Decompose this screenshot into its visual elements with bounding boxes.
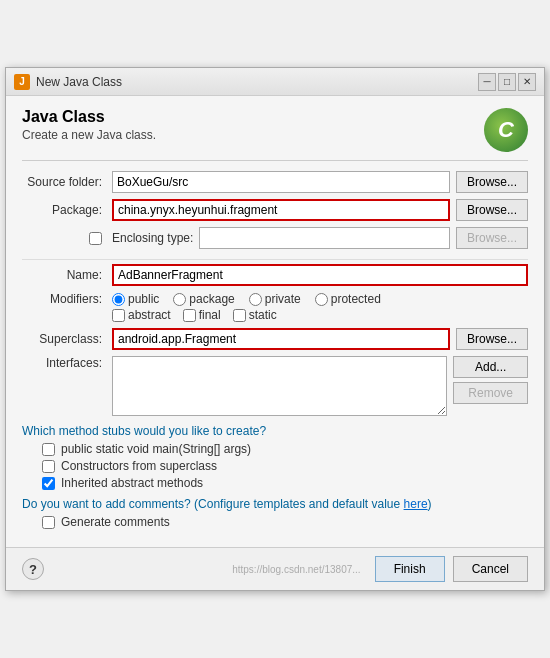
stub-constructors-label[interactable]: Constructors from superclass	[42, 459, 528, 473]
close-button[interactable]: ✕	[518, 73, 536, 91]
window-title: New Java Class	[36, 75, 122, 89]
package-input[interactable]	[112, 199, 450, 221]
help-button[interactable]: ?	[22, 558, 44, 580]
stub-main-label[interactable]: public static void main(String[] args)	[42, 442, 528, 456]
modifier-abstract-label[interactable]: abstract	[112, 308, 171, 322]
title-bar: J New Java Class ─ □ ✕	[6, 68, 544, 96]
comments-question-text: Do you want to add comments? (Configure …	[22, 497, 400, 511]
modifier-package-text: package	[189, 292, 234, 306]
maximize-button[interactable]: □	[498, 73, 516, 91]
modifier-private-text: private	[265, 292, 301, 306]
modifier-protected-radio[interactable]	[315, 293, 328, 306]
modifier-static-checkbox[interactable]	[233, 309, 246, 322]
dialog-subtitle: Create a new Java class.	[22, 128, 156, 142]
stubs-question: Which method stubs would you like to cre…	[22, 424, 528, 438]
title-controls: ─ □ ✕	[478, 73, 536, 91]
modifier-final-text: final	[199, 308, 221, 322]
name-input[interactable]	[112, 264, 528, 286]
separator-1	[22, 259, 528, 260]
enclosing-type-checkbox[interactable]	[89, 232, 102, 245]
superclass-input[interactable]	[112, 328, 450, 350]
stub-inherited-text: Inherited abstract methods	[61, 476, 203, 490]
name-row: Name:	[22, 264, 528, 286]
enclosing-type-browse-button[interactable]: Browse...	[456, 227, 528, 249]
modifiers-row2: abstract final static	[112, 308, 528, 322]
source-folder-browse-button[interactable]: Browse...	[456, 171, 528, 193]
name-label: Name:	[22, 268, 112, 282]
stubs-section: Which method stubs would you like to cre…	[22, 424, 528, 493]
source-folder-input[interactable]	[112, 171, 450, 193]
comments-section: Do you want to add comments? (Configure …	[22, 497, 528, 529]
comments-question: Do you want to add comments? (Configure …	[22, 497, 528, 511]
modifiers-label: Modifiers:	[22, 292, 112, 306]
modifier-public-text: public	[128, 292, 159, 306]
dialog-header: Java Class Create a new Java class. C	[22, 108, 528, 161]
generate-comments-label[interactable]: Generate comments	[42, 515, 528, 529]
modifier-protected-label[interactable]: protected	[315, 292, 381, 306]
modifier-protected-text: protected	[331, 292, 381, 306]
enclosing-type-row: Enclosing type: Browse...	[22, 227, 528, 249]
modifier-static-text: static	[249, 308, 277, 322]
modifier-private-label[interactable]: private	[249, 292, 301, 306]
modifier-final-checkbox[interactable]	[183, 309, 196, 322]
source-folder-row: Source folder: Browse...	[22, 171, 528, 193]
superclass-browse-button[interactable]: Browse...	[456, 328, 528, 350]
generate-comments-text: Generate comments	[61, 515, 170, 529]
interfaces-buttons: Add... Remove	[453, 356, 528, 404]
dialog-window: J New Java Class ─ □ ✕ Java Class Create…	[5, 67, 545, 591]
stub-main-checkbox[interactable]	[42, 443, 55, 456]
modifier-public-radio[interactable]	[112, 293, 125, 306]
interfaces-remove-button[interactable]: Remove	[453, 382, 528, 404]
package-browse-button[interactable]: Browse...	[456, 199, 528, 221]
stub-inherited-checkbox[interactable]	[42, 477, 55, 490]
window-icon: J	[14, 74, 30, 90]
stub-constructors-checkbox[interactable]	[42, 460, 55, 473]
watermark-text: https://blog.csdn.net/13807...	[232, 564, 360, 575]
footer-right: https://blog.csdn.net/13807... Finish Ca…	[232, 556, 528, 582]
dialog-logo: C	[484, 108, 528, 152]
stub-inherited-label[interactable]: Inherited abstract methods	[42, 476, 528, 490]
modifiers-row1: Modifiers: public package private	[22, 292, 528, 306]
package-row: Package: Browse...	[22, 199, 528, 221]
interfaces-add-button[interactable]: Add...	[453, 356, 528, 378]
modifiers-checkbox-group: abstract final static	[112, 308, 277, 322]
minimize-button[interactable]: ─	[478, 73, 496, 91]
logo-letter: C	[498, 117, 514, 143]
interfaces-row: Interfaces: Add... Remove	[22, 356, 528, 416]
enclosing-type-label: Enclosing type:	[112, 231, 193, 245]
modifier-final-label[interactable]: final	[183, 308, 221, 322]
package-label: Package:	[22, 203, 112, 217]
stub-constructors-text: Constructors from superclass	[61, 459, 217, 473]
finish-button[interactable]: Finish	[375, 556, 445, 582]
modifier-static-label[interactable]: static	[233, 308, 277, 322]
modifier-abstract-text: abstract	[128, 308, 171, 322]
modifier-public-label[interactable]: public	[112, 292, 159, 306]
superclass-label: Superclass:	[22, 332, 112, 346]
dialog-footer: ? https://blog.csdn.net/13807... Finish …	[6, 547, 544, 590]
generate-comments-checkbox[interactable]	[42, 516, 55, 529]
source-folder-label: Source folder:	[22, 175, 112, 189]
dialog-header-left: Java Class Create a new Java class.	[22, 108, 156, 142]
modifiers-section: Modifiers: public package private	[22, 292, 528, 322]
dialog-title: Java Class	[22, 108, 156, 126]
window-icon-label: J	[19, 76, 25, 87]
modifier-package-label[interactable]: package	[173, 292, 234, 306]
modifier-abstract-checkbox[interactable]	[112, 309, 125, 322]
superclass-row: Superclass: Browse...	[22, 328, 528, 350]
modifier-package-radio[interactable]	[173, 293, 186, 306]
interfaces-label: Interfaces:	[22, 356, 112, 370]
modifier-private-radio[interactable]	[249, 293, 262, 306]
dialog-body: Java Class Create a new Java class. C So…	[6, 96, 544, 547]
stub-main-text: public static void main(String[] args)	[61, 442, 251, 456]
interfaces-textarea[interactable]	[112, 356, 447, 416]
enclosing-type-input[interactable]	[199, 227, 450, 249]
modifiers-radio-group: public package private protected	[112, 292, 528, 306]
footer-left: ?	[22, 558, 44, 580]
title-bar-left: J New Java Class	[14, 74, 122, 90]
cancel-button[interactable]: Cancel	[453, 556, 528, 582]
comments-config-link[interactable]: here	[404, 497, 428, 511]
